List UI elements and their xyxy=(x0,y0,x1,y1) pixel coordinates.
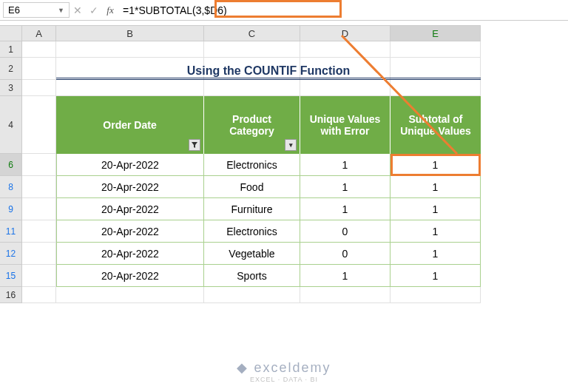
fx-icon[interactable]: fx xyxy=(102,4,118,16)
header-label: Product Category xyxy=(210,113,294,137)
table-cell[interactable]: 1 xyxy=(300,265,390,287)
select-all-corner[interactable] xyxy=(0,25,22,41)
enter-icon[interactable]: ✓ xyxy=(86,4,102,16)
watermark-sub: EXCEL · DATA · BI xyxy=(237,376,331,383)
cell[interactable] xyxy=(22,265,56,287)
data-table: Order Date Product Category ▾ Unique Val… xyxy=(56,96,481,287)
cell[interactable] xyxy=(22,41,56,58)
cancel-icon[interactable]: ✕ xyxy=(70,4,86,16)
table-cell[interactable]: 1 xyxy=(300,154,390,176)
table-row: 20-Apr-2022Furniture11 xyxy=(56,198,481,220)
table-row: 20-Apr-2022Vegetable01 xyxy=(56,243,481,265)
table-cell[interactable]: 1 xyxy=(300,198,390,220)
cell[interactable] xyxy=(56,80,204,96)
row-header[interactable]: 12 xyxy=(0,243,22,265)
cell[interactable] xyxy=(22,243,56,265)
table-cell[interactable]: Electronics xyxy=(204,220,300,243)
table-cell[interactable]: 20-Apr-2022 xyxy=(56,220,204,243)
cell[interactable] xyxy=(390,80,481,96)
row-header[interactable]: 2 xyxy=(0,58,22,80)
row-header[interactable]: 8 xyxy=(0,176,22,198)
grid: 123468911121516 Using the COUNTIF Functi… xyxy=(0,41,568,303)
cell[interactable] xyxy=(204,80,300,96)
table-row: 20-Apr-2022Electronics01 xyxy=(56,220,481,243)
cell[interactable] xyxy=(22,176,56,198)
row-header[interactable]: 15 xyxy=(0,265,22,287)
row-header[interactable]: 6 xyxy=(0,154,22,176)
cell[interactable] xyxy=(22,220,56,243)
cell[interactable] xyxy=(56,41,204,58)
table-cell[interactable]: 1 xyxy=(300,176,390,198)
table-cell[interactable]: Vegetable xyxy=(204,243,300,265)
header-order-date: Order Date xyxy=(56,96,204,154)
table-cell[interactable]: Electronics xyxy=(204,154,300,176)
table-cell[interactable]: 20-Apr-2022 xyxy=(56,198,204,220)
watermark: ◆ exceldemy EXCEL · DATA · BI xyxy=(237,359,331,383)
cell[interactable] xyxy=(22,80,56,96)
cell[interactable] xyxy=(204,287,300,303)
header-label: Order Date xyxy=(103,119,156,131)
header-label: Subtotal of Unique Values xyxy=(396,113,475,137)
dropdown-icon[interactable]: ▼ xyxy=(58,7,64,14)
table-cell[interactable]: Food xyxy=(204,176,300,198)
cell[interactable] xyxy=(56,287,204,303)
watermark-brand: exceldemy xyxy=(254,360,331,375)
col-header-C[interactable]: C xyxy=(204,25,300,41)
row-header[interactable]: 16 xyxy=(0,287,22,303)
col-header-E[interactable]: E xyxy=(390,25,481,41)
row-header[interactable]: 11 xyxy=(0,220,22,243)
table-row: 20-Apr-2022Electronics11 xyxy=(56,154,481,176)
cell[interactable] xyxy=(22,96,56,154)
table-cell[interactable]: 1 xyxy=(390,243,481,265)
header-subtotal-unique: Subtotal of Unique Values xyxy=(390,96,481,154)
table-cell[interactable]: Sports xyxy=(204,265,300,287)
table-cell[interactable]: 20-Apr-2022 xyxy=(56,265,204,287)
row-headers: 123468911121516 xyxy=(0,41,22,303)
table-cell[interactable]: 20-Apr-2022 xyxy=(56,176,204,198)
cell[interactable] xyxy=(300,80,390,96)
table-cell[interactable]: 1 xyxy=(390,176,481,198)
table-cell[interactable]: 0 xyxy=(300,243,390,265)
cell[interactable] xyxy=(390,41,481,58)
name-box[interactable]: E6 ▼ xyxy=(3,2,70,18)
col-header-D[interactable]: D xyxy=(300,25,390,41)
cell[interactable] xyxy=(22,154,56,176)
row-header[interactable]: 9 xyxy=(0,198,22,220)
table-cell[interactable]: 20-Apr-2022 xyxy=(56,154,204,176)
cell[interactable] xyxy=(300,287,390,303)
cell[interactable] xyxy=(204,41,300,58)
cell[interactable] xyxy=(22,287,56,303)
header-unique-error: Unique Values with Error xyxy=(300,96,390,154)
header-product-category: Product Category ▾ xyxy=(204,96,300,154)
dropdown-icon[interactable]: ▾ xyxy=(285,139,297,151)
cell[interactable] xyxy=(22,198,56,220)
table-cell[interactable]: 20-Apr-2022 xyxy=(56,243,204,265)
page-title: Using the COUNTIF Function xyxy=(56,58,481,80)
col-header-A[interactable]: A xyxy=(22,25,56,41)
cell[interactable] xyxy=(22,58,56,80)
header-label: Unique Values with Error xyxy=(306,113,384,137)
cell[interactable] xyxy=(300,41,390,58)
table-header: Order Date Product Category ▾ Unique Val… xyxy=(56,96,481,154)
table-cell[interactable]: 1 xyxy=(390,154,481,176)
name-box-value: E6 xyxy=(8,4,20,16)
col-header-B[interactable]: B xyxy=(56,25,204,41)
table-cell[interactable]: 1 xyxy=(390,220,481,243)
formula-bar: E6 ▼ ✕ ✓ fx xyxy=(0,0,568,21)
table-cell[interactable]: Furniture xyxy=(204,198,300,220)
cell[interactable] xyxy=(390,287,481,303)
watermark-logo-icon: ◆ exceldemy xyxy=(237,359,331,376)
filter-icon[interactable] xyxy=(189,139,200,151)
column-headers: A B C D E xyxy=(0,25,568,41)
grid-body: Using the COUNTIF Function Order Date Pr… xyxy=(22,41,568,303)
formula-input[interactable] xyxy=(118,3,565,18)
table-row: 20-Apr-2022Sports11 xyxy=(56,265,481,287)
table-cell[interactable]: 0 xyxy=(300,220,390,243)
table-row: 20-Apr-2022Food11 xyxy=(56,176,481,198)
row-header[interactable]: 3 xyxy=(0,80,22,96)
row-header[interactable]: 1 xyxy=(0,41,22,58)
table-cell[interactable]: 1 xyxy=(390,265,481,287)
row-header[interactable]: 4 xyxy=(0,96,22,154)
table-cell[interactable]: 1 xyxy=(390,198,481,220)
